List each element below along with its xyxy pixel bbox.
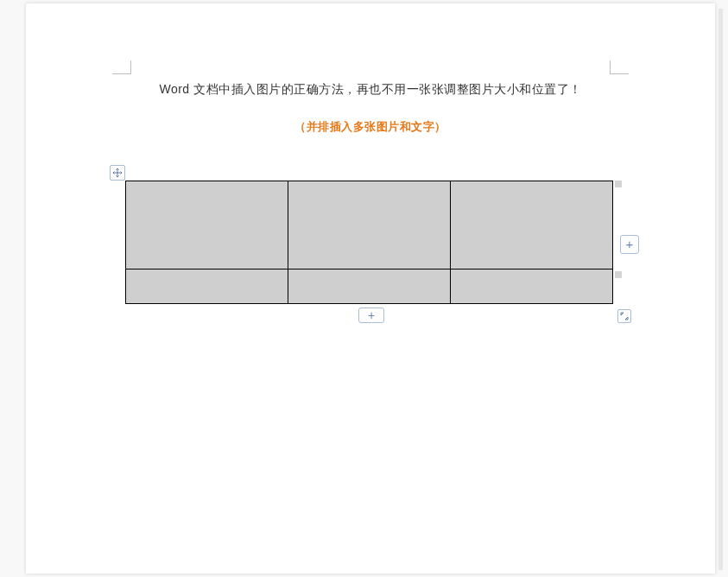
page-shadow	[719, 9, 723, 570]
editor-workspace: Word 文档中插入图片的正确方法，再也不用一张张调整图片大小和位置了！ （并排…	[0, 0, 728, 577]
table-cell[interactable]	[288, 269, 451, 304]
margin-marker-top-left	[112, 60, 131, 74]
add-column-button[interactable]: +	[620, 235, 639, 254]
table-row[interactable]	[126, 181, 613, 269]
document-subtitle: （并排插入多张图片和文字）	[26, 119, 715, 135]
table-cell[interactable]	[288, 181, 451, 269]
document-page[interactable]: Word 文档中插入图片的正确方法，再也不用一张张调整图片大小和位置了！ （并排…	[26, 3, 715, 574]
add-row-button[interactable]: +	[358, 308, 384, 323]
table-move-handle-icon[interactable]	[110, 165, 125, 181]
table-row[interactable]	[126, 269, 613, 304]
table-resize-handle-icon[interactable]	[617, 309, 631, 323]
column-selector-marker[interactable]	[615, 181, 622, 187]
table-cell[interactable]	[451, 269, 613, 304]
document-title: Word 文档中插入图片的正确方法，再也不用一张张调整图片大小和位置了！	[26, 82, 715, 98]
table-cell[interactable]	[451, 181, 613, 269]
table-cell[interactable]	[126, 269, 288, 304]
table-cell[interactable]	[126, 181, 288, 269]
margin-marker-top-right	[610, 60, 629, 74]
column-selector-marker[interactable]	[615, 271, 622, 278]
inserted-table[interactable]	[125, 181, 613, 304]
